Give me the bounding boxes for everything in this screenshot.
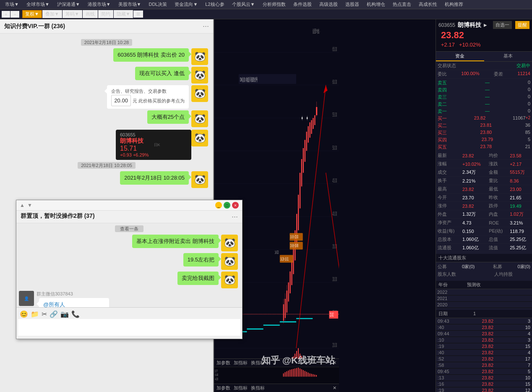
win-down-arrow[interactable]: ▼ bbox=[27, 202, 32, 208]
table-row: 09:4323.823 bbox=[436, 318, 532, 324]
changeindicator-btn-2[interactable]: 换指标 bbox=[251, 385, 265, 391]
svg-rect-130 bbox=[308, 373, 309, 377]
watermark: 知乎 @K线班车站 bbox=[261, 354, 335, 367]
nav-capital[interactable]: 资金流向▼ bbox=[171, 0, 201, 8]
nav-advanced[interactable]: 高级选股 bbox=[316, 0, 341, 8]
phone-toolbar-btn[interactable]: 📞 bbox=[71, 310, 80, 318]
list-item: 🐼 大概有25个点 bbox=[3, 110, 210, 127]
nav-hk[interactable]: 港股市场▼ bbox=[84, 0, 114, 8]
bubble-msg-5: 2021年2月18日 10:28:05 bbox=[120, 171, 189, 185]
win-up-arrow[interactable]: ▲ bbox=[20, 202, 25, 208]
order-row-s3: 卖三—0 bbox=[438, 94, 530, 101]
nav-gegu[interactable]: 个股风云▼ bbox=[229, 0, 258, 8]
win-bubble-1: 基本上在涨停附近卖出 朗博科技 bbox=[132, 235, 219, 248]
svg-rect-119 bbox=[289, 370, 290, 377]
action-button[interactable]: 提醒 bbox=[515, 21, 529, 29]
svg-text:设置均线·: 设置均线· bbox=[313, 28, 320, 34]
nav-l2[interactable]: L2核心参 bbox=[202, 0, 227, 8]
order-row-s5: 卖五—0 bbox=[438, 79, 530, 86]
svg-rect-55 bbox=[293, 247, 294, 274]
hide-btn[interactable]: 隐藏▼ bbox=[114, 10, 133, 18]
svg-text:16.65~23.00: 16.65~23.00 bbox=[290, 234, 299, 240]
grid-btn[interactable]: ⊞ bbox=[133, 10, 143, 18]
svg-text:50.00: 50.00 bbox=[332, 144, 337, 151]
nav-us[interactable]: 美股市场▼ bbox=[115, 0, 145, 8]
info-panel: 603655 朗博科技 ▶ 自选一 提醒 23.82 +2.17 +10.02%… bbox=[436, 19, 532, 392]
win-bubble-2: 19.5左右把 bbox=[183, 253, 219, 267]
addindicator-btn-1[interactable]: 加指标 bbox=[234, 360, 248, 366]
bubble-msg-3: 企告、研究报告、交易参数 20.00元 此价格买股的参考点为 bbox=[107, 85, 189, 109]
overlay-btn[interactable]: 叠加▼ bbox=[42, 10, 62, 18]
svg-rect-135 bbox=[316, 375, 317, 377]
holder-row-2: 股东人数 人均持股 bbox=[438, 271, 530, 278]
year-pred-title: 年份 预测收 bbox=[436, 281, 532, 289]
nav-global[interactable]: 全球市场▼ bbox=[23, 0, 53, 8]
svg-rect-126 bbox=[301, 369, 302, 377]
svg-rect-67 bbox=[313, 118, 313, 129]
svg-text:3.77: 3.77 bbox=[215, 369, 218, 373]
nav-analyst[interactable]: 分析师指数 bbox=[259, 0, 289, 8]
nav-market[interactable]: 市场▼ bbox=[2, 0, 22, 8]
link-toolbar-btn[interactable]: 🔗 bbox=[50, 310, 58, 318]
close-bar-2[interactable]: ✕ bbox=[333, 385, 336, 391]
draw-btn[interactable]: 画线 bbox=[83, 10, 98, 18]
tab-jiben[interactable]: 基本 bbox=[484, 52, 532, 61]
svg-text:✦: ✦ bbox=[306, 114, 308, 122]
plus-btn[interactable]: + bbox=[2, 11, 10, 18]
fav-button[interactable]: 自选一 bbox=[493, 21, 512, 29]
tab-zijin[interactable]: 资金 bbox=[436, 52, 484, 61]
svg-text:40.00: 40.00 bbox=[332, 210, 337, 217]
addparam-btn-2[interactable]: 加参数 bbox=[216, 385, 230, 391]
minus-btn[interactable]: − bbox=[10, 11, 19, 18]
nav-ddl[interactable]: DDL决策 bbox=[145, 0, 170, 8]
nav-recommend[interactable]: 机构推荐 bbox=[441, 0, 467, 8]
addparam-btn-1[interactable]: 加参数 bbox=[216, 360, 230, 366]
order-row-b2: 买二23.8136 bbox=[438, 122, 530, 129]
order-row-b3: 买三23.8085 bbox=[438, 129, 530, 136]
nav-growth[interactable]: 高成长性 bbox=[415, 0, 441, 8]
list-item: 👤 群主微信3037843 @所有人 朗博科技 记得卖出截图我 bbox=[19, 291, 240, 307]
svg-text:65.00: 65.00 bbox=[332, 45, 337, 52]
nav-institution[interactable]: 机构增仓 bbox=[363, 0, 389, 8]
win-messages: 查看一条 🐼 基本上在涨停附近卖出 朗博科技 🐼 19.5左右把 🐼 卖完给我截… bbox=[16, 223, 242, 307]
nav-hotspot[interactable]: 热点直击 bbox=[389, 0, 415, 8]
nav-condition[interactable]: 条件选股 bbox=[290, 0, 315, 8]
nav-hushen[interactable]: 沪深港通▼ bbox=[54, 0, 83, 8]
win-message-input[interactable] bbox=[18, 319, 240, 336]
svg-text:23.82: 23.82 bbox=[330, 311, 334, 318]
chat-group-header: 知识付费VIP.一群 (236) ··· bbox=[0, 19, 213, 34]
svg-rect-133 bbox=[313, 374, 313, 377]
emoji-icon: 🐼 bbox=[191, 130, 208, 146]
holder-section: 公募0家(0) 私募0家(0) 股东人数 人均持股 bbox=[436, 262, 532, 279]
info-tabs-row: 资金 基本 bbox=[436, 52, 532, 62]
avatar: 👤 bbox=[19, 291, 34, 306]
chat-more-btn[interactable]: ··· bbox=[203, 22, 209, 31]
date-badge-1: 2021年2月18日 10:28 bbox=[3, 39, 210, 46]
emoji-toolbar-btn[interactable]: 😊 bbox=[20, 310, 28, 318]
cut-toolbar-btn[interactable]: ✂ bbox=[42, 310, 47, 318]
win-more-btn[interactable]: ··· bbox=[232, 212, 238, 221]
chips-btn[interactable]: 筹码▼ bbox=[63, 10, 82, 18]
svg-rect-124 bbox=[298, 368, 299, 376]
win-min-btn[interactable]: _ bbox=[215, 202, 222, 209]
svg-rect-123 bbox=[296, 368, 297, 376]
list-item: 🐼 603655 朗博科技 15.71 +0.93 +6.29% 日K bbox=[3, 130, 210, 160]
date-badge-2: 2021年2月18日 10:28:05 bbox=[3, 162, 210, 169]
stock-arrow-icon: ▶ bbox=[484, 23, 487, 27]
change-abs: +2.17 bbox=[441, 42, 455, 48]
simple-btn[interactable]: 简约 bbox=[98, 10, 113, 18]
trading-status-value: 交易中 bbox=[516, 63, 530, 69]
table-row: :4023.8210 bbox=[436, 324, 532, 331]
addindicator-btn-2[interactable]: 加指标 bbox=[234, 385, 248, 391]
win-close-btn[interactable]: × bbox=[232, 202, 239, 209]
stock-price-display: 23.82 bbox=[438, 29, 529, 42]
stock-code-display: 603655 bbox=[438, 22, 455, 28]
list-item: 🐼 卖完给我截图 bbox=[19, 272, 240, 288]
svg-rect-53 bbox=[289, 272, 290, 293]
win-max-btn[interactable]: □ bbox=[224, 202, 230, 209]
nav-picker[interactable]: 选股器 bbox=[342, 0, 362, 8]
fuquan-btn[interactable]: 复权▼ bbox=[22, 10, 42, 18]
file-toolbar-btn[interactable]: 📁 bbox=[31, 310, 39, 318]
camera-toolbar-btn[interactable]: 📷 bbox=[60, 310, 69, 318]
year-table: 2022 2021 2020 bbox=[436, 289, 532, 308]
